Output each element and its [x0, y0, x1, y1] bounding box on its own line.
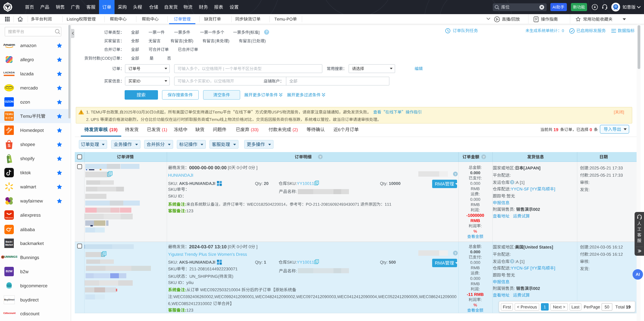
- svg-text:s: s: [8, 157, 10, 162]
- svg-text:?: ?: [511, 181, 513, 184]
- svg-text:?: ?: [265, 30, 267, 34]
- svg-text:?: ?: [454, 172, 456, 176]
- svg-text:AliExpress: AliExpress: [5, 217, 13, 219]
- svg-text:?: ?: [454, 251, 456, 255]
- svg-text:S: S: [8, 143, 10, 148]
- svg-text:?: ?: [511, 260, 513, 263]
- svg-text:?: ?: [483, 155, 485, 159]
- svg-text:?: ?: [319, 155, 321, 159]
